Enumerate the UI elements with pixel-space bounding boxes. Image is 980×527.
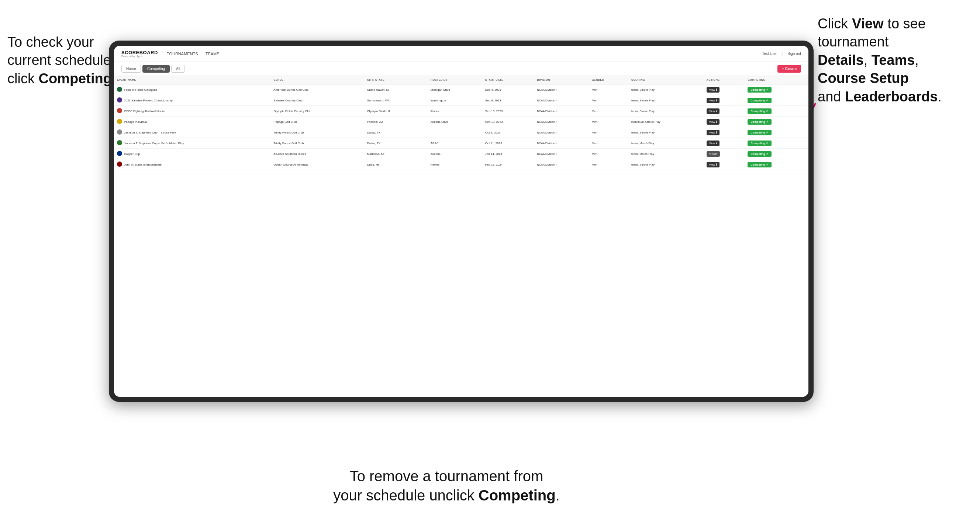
nav-tournaments[interactable]: TOURNAMENTS	[167, 50, 198, 57]
svg-point-11	[117, 162, 122, 167]
start-date-cell: Jan 14, 2024	[482, 149, 534, 159]
scoring-cell: team, Stroke Play	[628, 84, 704, 95]
event-name-cell: Jackson T. Stephens Cup – Stroke Play	[114, 127, 270, 138]
annotation-top-right: Click View to see tournament Details, Te…	[818, 15, 973, 106]
start-date-cell: Oct 9, 2023	[482, 127, 534, 138]
actions-cell: View ℹ	[704, 116, 745, 127]
table-row: Copper Cup Ak-Chin Southern Dunes Marico…	[114, 149, 808, 159]
view-button[interactable]: View ℹ	[706, 87, 719, 92]
annotation-competing-bottom-bold: Competing	[479, 487, 556, 503]
table-row: Papago Individual Papago Golf Club Phoen…	[114, 116, 808, 127]
tab-competing[interactable]: Competing	[142, 65, 170, 73]
team-logo-icon	[117, 108, 122, 114]
event-name-cell: 2023 Sahalee Players Championship	[114, 95, 270, 106]
division-cell: NCAA Division I	[534, 106, 589, 116]
table-row: Jackson T. Stephens Cup – Stroke Play Tr…	[114, 127, 808, 138]
event-name-text: John A. Burns Intercollegiate	[124, 163, 162, 166]
nav-right: Test User | Sign out	[762, 52, 801, 56]
view-button[interactable]: View ℹ	[706, 162, 719, 167]
tab-all[interactable]: All	[171, 65, 185, 73]
event-name-text: Folds of Honor Collegiate	[124, 88, 157, 92]
event-name-text: 2023 Sahalee Players Championship	[124, 99, 173, 102]
start-date-cell: Sep 4, 2023	[482, 84, 534, 95]
city-state-cell: Dallas, TX	[364, 127, 428, 138]
team-logo-icon	[117, 140, 122, 146]
competing-button[interactable]: Competing ✓	[748, 87, 771, 92]
gender-cell: Men	[589, 159, 628, 170]
actions-cell: ✏ Edit	[704, 149, 745, 159]
competing-button[interactable]: Competing ✓	[748, 119, 771, 125]
col-start-date: START DATE	[482, 76, 534, 84]
city-state-cell: Sammamish, WA	[364, 95, 428, 106]
table-container: EVENT NAME VENUE CITY, STATE HOSTED BY S…	[114, 76, 808, 397]
table-body: Folds of Honor Collegiate American Dunes…	[114, 84, 808, 170]
city-state-cell: Lihue, HI	[364, 159, 428, 170]
actions-cell: View ℹ	[704, 84, 745, 95]
actions-cell: View ℹ	[704, 127, 745, 138]
scoring-cell: team, Match Play	[628, 138, 704, 149]
competing-cell: Competing ✓	[745, 106, 808, 116]
edit-button[interactable]: ✏ Edit	[706, 151, 720, 157]
scoring-cell: team, Stroke Play	[628, 95, 704, 106]
scoring-cell: team, Stroke Play	[628, 106, 704, 116]
view-button[interactable]: View ℹ	[706, 141, 719, 146]
competing-button[interactable]: Competing ✓	[748, 130, 771, 135]
actions-cell: View ℹ	[704, 159, 745, 170]
competing-cell: Competing ✓	[745, 127, 808, 138]
event-name-text: OFCC Fighting Illini Invitational	[124, 110, 165, 113]
division-cell: NCAA Division I	[534, 116, 589, 127]
competing-button[interactable]: Competing ✓	[748, 141, 771, 146]
venue-cell: Trinity Forest Golf Club	[270, 138, 364, 149]
competing-button[interactable]: Competing ✓	[748, 98, 771, 103]
annotation-teams-bold: Teams	[872, 52, 915, 68]
event-name-cell: Folds of Honor Collegiate	[114, 84, 270, 95]
city-state-cell: Maricopa, AZ	[364, 149, 428, 159]
table-row: John A. Burns Intercollegiate Ocean Cour…	[114, 159, 808, 170]
hosted-by-cell: Illinois	[428, 106, 482, 116]
sign-out-link[interactable]: Sign out	[788, 52, 801, 56]
division-cell: NCAA Division I	[534, 149, 589, 159]
scoring-cell: team, Stroke Play	[628, 159, 704, 170]
nav-teams[interactable]: TEAMS	[205, 50, 220, 57]
competing-button[interactable]: Competing ✓	[748, 108, 771, 114]
nav-links: TOURNAMENTS TEAMS	[167, 50, 762, 57]
filter-tabs: Home Competing All	[121, 65, 185, 73]
competing-button[interactable]: Competing ✓	[748, 162, 771, 167]
start-date-cell: Feb 15, 2024	[482, 159, 534, 170]
navbar: SCOREBOARD Powered by clippi TOURNAMENTS…	[114, 46, 808, 62]
svg-point-8	[117, 129, 122, 135]
team-logo-icon	[117, 97, 122, 103]
venue-cell: Ocean Course At Hokuala	[270, 159, 364, 170]
create-button[interactable]: + Create	[778, 65, 801, 73]
col-scoring: SCORING	[628, 76, 704, 84]
gender-cell: Men	[589, 95, 628, 106]
svg-point-4	[117, 87, 122, 92]
team-logo-icon	[117, 151, 122, 157]
competing-button[interactable]: Competing ✓	[748, 151, 771, 157]
start-date-cell: Sep 15, 2023	[482, 106, 534, 116]
gender-cell: Men	[589, 149, 628, 159]
svg-point-9	[117, 140, 122, 145]
view-button[interactable]: View ℹ	[706, 119, 719, 125]
user-name: Test User	[762, 52, 778, 56]
table-row: 2023 Sahalee Players Championship Sahale…	[114, 95, 808, 106]
scoring-cell: individual, Stroke Play	[628, 116, 704, 127]
scoring-cell: team, Stroke Play	[628, 127, 704, 138]
event-name-cell: Copper Cup	[114, 149, 270, 159]
event-name-cell: John A. Burns Intercollegiate	[114, 159, 270, 170]
table-row: Folds of Honor Collegiate American Dunes…	[114, 84, 808, 95]
view-button[interactable]: View ℹ	[706, 98, 719, 103]
svg-point-5	[117, 97, 122, 103]
col-venue: VENUE	[270, 76, 364, 84]
table-row: Jackson T. Stephens Cup – Men's Match Pl…	[114, 138, 808, 149]
gender-cell: Men	[589, 127, 628, 138]
tab-home[interactable]: Home	[121, 65, 141, 73]
actions-cell: View ℹ	[704, 106, 745, 116]
view-button[interactable]: View ℹ	[706, 108, 719, 114]
venue-cell: Sahalee Country Club	[270, 95, 364, 106]
start-date-cell: Oct 11, 2023	[482, 138, 534, 149]
brand-logo: SCOREBOARD Powered by clippi	[121, 50, 158, 57]
view-button[interactable]: View ℹ	[706, 130, 719, 135]
gender-cell: Men	[589, 116, 628, 127]
venue-cell: Papago Golf Club	[270, 116, 364, 127]
